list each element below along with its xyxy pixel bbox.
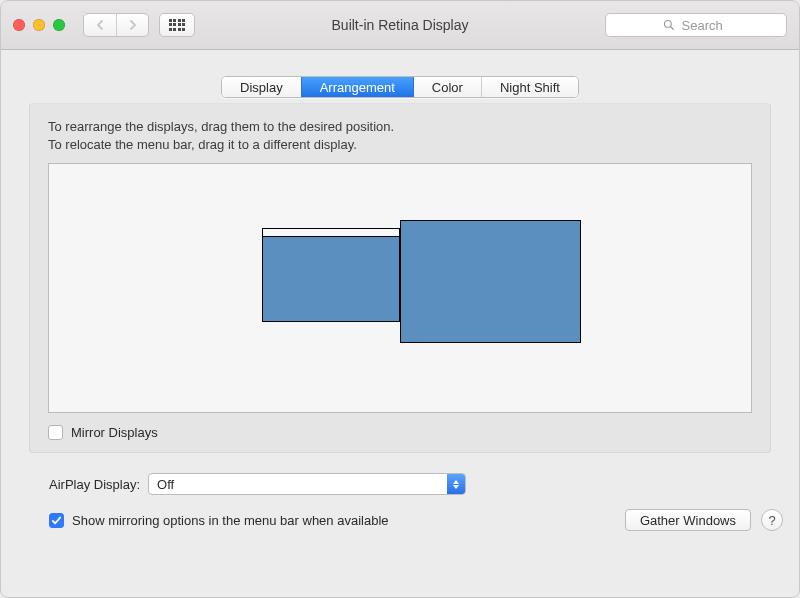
svg-point-0	[664, 21, 671, 28]
grid-icon	[169, 19, 185, 31]
instructions: To rearrange the displays, drag them to …	[48, 118, 752, 153]
airplay-select-value: Off	[149, 477, 447, 492]
window-controls	[13, 19, 65, 31]
check-icon	[51, 515, 62, 526]
select-stepper-icon	[447, 474, 465, 494]
mirror-options-label: Show mirroring options in the menu bar w…	[72, 513, 389, 528]
airplay-label: AirPlay Display:	[49, 477, 140, 492]
display-secondary[interactable]	[400, 220, 581, 343]
instructions-line2: To relocate the menu bar, drag it to a d…	[48, 136, 752, 154]
airplay-select[interactable]: Off	[148, 473, 466, 495]
titlebar: Built-in Retina Display	[1, 1, 799, 50]
back-button[interactable]	[84, 14, 116, 36]
airplay-row: AirPlay Display: Off	[49, 473, 771, 495]
search-icon	[663, 19, 675, 31]
minimize-button[interactable]	[33, 19, 45, 31]
search-field[interactable]	[605, 13, 787, 37]
search-input[interactable]	[680, 17, 730, 34]
svg-line-1	[670, 27, 673, 30]
mirror-displays-label: Mirror Displays	[71, 425, 158, 440]
gather-windows-button[interactable]: Gather Windows	[625, 509, 751, 531]
display-arrangement-box[interactable]	[48, 163, 752, 413]
zoom-button[interactable]	[53, 19, 65, 31]
help-button[interactable]: ?	[761, 509, 783, 531]
tab-arrangement[interactable]: Arrangement	[301, 77, 413, 97]
bottom-row: Show mirroring options in the menu bar w…	[49, 509, 783, 531]
tab-night-shift[interactable]: Night Shift	[481, 77, 578, 97]
display-primary[interactable]	[262, 228, 400, 322]
arrangement-card: To rearrange the displays, drag them to …	[29, 103, 771, 453]
show-all-prefs-button[interactable]	[159, 13, 195, 37]
forward-button[interactable]	[116, 14, 148, 36]
close-button[interactable]	[13, 19, 25, 31]
instructions-line1: To rearrange the displays, drag them to …	[48, 118, 752, 136]
chevron-left-icon	[95, 20, 105, 30]
mirror-displays-checkbox[interactable]	[48, 425, 63, 440]
menu-bar-indicator[interactable]	[263, 229, 399, 237]
tab-color[interactable]: Color	[413, 77, 481, 97]
nav-group	[83, 13, 149, 37]
mirror-options-row: Show mirroring options in the menu bar w…	[49, 513, 389, 528]
mirror-options-checkbox[interactable]	[49, 513, 64, 528]
tabs-row: Display Arrangement Color Night Shift	[1, 76, 799, 98]
mirror-displays-row: Mirror Displays	[48, 425, 752, 440]
tabs-segmented-control: Display Arrangement Color Night Shift	[221, 76, 579, 98]
chevron-right-icon	[128, 20, 138, 30]
tab-display[interactable]: Display	[222, 77, 301, 97]
